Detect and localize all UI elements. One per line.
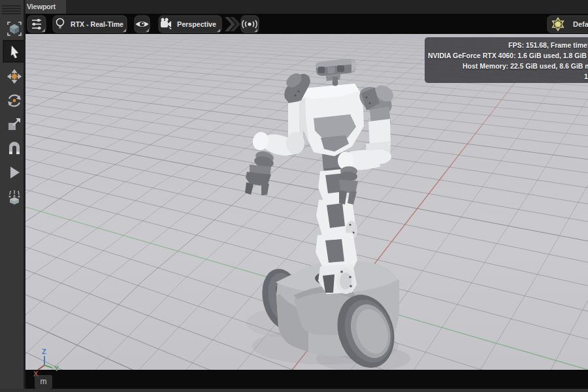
svg-text:Perspective: Perspective bbox=[177, 20, 216, 28]
svg-text:Z: Z bbox=[42, 348, 46, 355]
svg-text:Y: Y bbox=[54, 365, 59, 372]
svg-text:Defau: Defau bbox=[573, 20, 588, 28]
svg-text:X: X bbox=[33, 370, 39, 378]
svg-text:RTX - Real-Time: RTX - Real-Time bbox=[71, 20, 123, 28]
